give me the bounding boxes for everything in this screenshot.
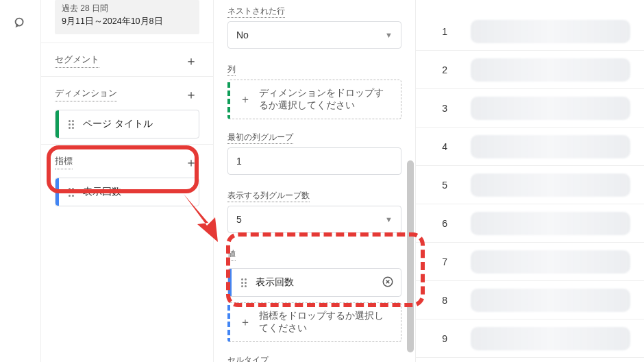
values-label: 値: [214, 243, 415, 264]
metric-chip-label: 表示回数: [83, 186, 121, 198]
dimension-section: ディメンション ＋: [41, 81, 213, 107]
segment-section: セグメント ＋: [41, 47, 213, 73]
table-row: 5: [416, 166, 644, 204]
chevron-down-icon: ▼: [385, 215, 393, 224]
columns-label: 列: [214, 58, 415, 80]
chevron-down-icon: ▼: [385, 31, 393, 39]
first-group-label: 最初の列グループ: [214, 126, 415, 147]
nested-rows-select[interactable]: No ▼: [227, 21, 401, 49]
table-row: 6: [416, 204, 644, 243]
value-chip[interactable]: 表示回数: [227, 268, 401, 297]
tab-settings-panel: ネストされた行 No ▼ 列 ＋ ディメンションをドロップするか選択してください…: [214, 0, 416, 362]
table-row: 9: [416, 319, 644, 358]
value-chip-label: 表示回数: [256, 276, 294, 289]
remove-value-button[interactable]: [382, 276, 394, 290]
table-row: 3: [416, 89, 644, 128]
date-range-past-label: 過去 28 日間: [62, 3, 193, 14]
explore-icon[interactable]: [12, 15, 27, 33]
cell-type-label: セルタイプ: [214, 349, 415, 362]
add-dimension-button[interactable]: ＋: [183, 86, 199, 103]
drag-handle-icon[interactable]: [66, 119, 76, 129]
table-row: 2: [416, 51, 644, 89]
dimension-chip[interactable]: ページ タイトル: [55, 110, 199, 138]
add-metric-button[interactable]: ＋: [183, 154, 199, 171]
plus-icon: ＋: [240, 315, 251, 330]
drag-handle-icon[interactable]: [66, 187, 76, 197]
nested-rows-label: ネストされた行: [214, 0, 415, 21]
dimension-label: ディメンション: [55, 88, 117, 101]
values-drop-zone[interactable]: ＋ 指標をドロップするか選択してください: [227, 302, 401, 342]
table-row: 1: [416, 12, 644, 51]
variables-panel: 過去 28 日間 9月11日～2024年10月8日 セグメント ＋ ディメンショ…: [41, 0, 214, 362]
scrollbar[interactable]: [407, 160, 414, 352]
dimension-chip-label: ページ タイトル: [83, 118, 153, 130]
table-row: 7: [416, 243, 644, 281]
date-range[interactable]: 過去 28 日間 9月11日～2024年10月8日: [55, 0, 199, 34]
preview-panel: 1 2 3 4 5 6 7 8 9: [416, 0, 644, 362]
metrics-label: 指標: [55, 156, 73, 169]
show-groups-select[interactable]: 5 ▼: [227, 206, 401, 233]
show-groups-label: 表示する列グループ数: [214, 184, 415, 206]
first-group-input[interactable]: 1: [227, 147, 401, 175]
date-range-text: 9月11日～2024年10月8日: [62, 16, 193, 27]
table-row: 8: [416, 281, 644, 319]
plus-icon: ＋: [240, 93, 251, 107]
drag-handle-icon[interactable]: [239, 278, 249, 287]
left-rail: [0, 0, 41, 362]
metrics-section: 指標 ＋: [41, 149, 213, 175]
table-row: 4: [416, 128, 644, 166]
add-segment-button[interactable]: ＋: [183, 53, 199, 69]
columns-drop-zone[interactable]: ＋ ディメンションをドロップするか選択してください: [227, 80, 401, 119]
segment-label: セグメント: [55, 54, 99, 68]
metric-chip[interactable]: 表示回数: [55, 178, 199, 206]
